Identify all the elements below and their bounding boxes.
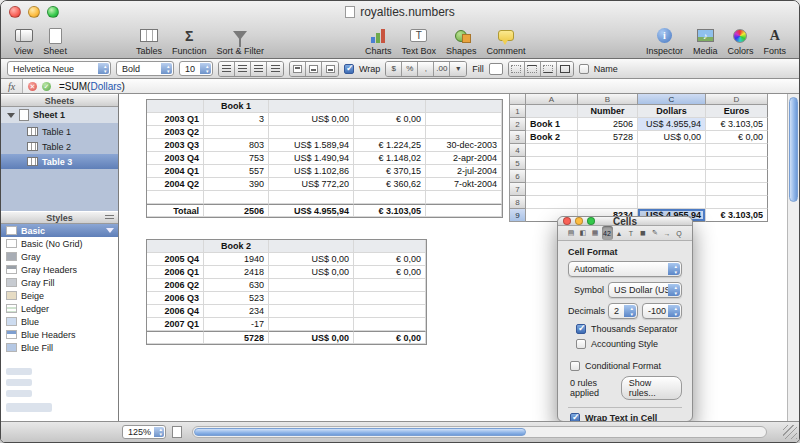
style-item-basic[interactable]: Basic <box>1 224 118 237</box>
cell[interactable] <box>354 305 426 318</box>
row-tab-6[interactable]: 6 <box>509 170 526 183</box>
percent-format-button[interactable]: % <box>402 62 418 76</box>
align-center-button[interactable] <box>235 62 251 76</box>
accounting-style-checkbox[interactable] <box>576 339 586 349</box>
row-tab-1[interactable]: 1 <box>509 105 526 118</box>
row-tab-3[interactable]: 3 <box>509 131 526 144</box>
sidebar-item-table1[interactable]: Table 1 <box>1 124 118 139</box>
cell[interactable]: 5728 <box>204 331 269 344</box>
zoom-select[interactable]: 125% <box>122 425 166 439</box>
border-bottom-button[interactable] <box>541 62 557 76</box>
cell-a1[interactable] <box>526 105 578 118</box>
inspector-titlebar[interactable]: Cells <box>558 217 692 226</box>
decimals-select[interactable]: 2 <box>608 303 638 319</box>
row-tab-7[interactable]: 7 <box>509 183 526 196</box>
name-checkbox[interactable] <box>579 64 589 74</box>
align-justify-button[interactable] <box>267 62 283 76</box>
cell[interactable]: € 0,00 <box>354 266 426 279</box>
cell[interactable]: 753 <box>204 152 269 165</box>
cells-inspector-tab[interactable]: 42 <box>602 226 613 240</box>
cell[interactable] <box>269 292 354 305</box>
negative-format-select[interactable]: -100 <box>642 303 682 319</box>
cell-c8[interactable] <box>638 196 706 209</box>
align-left-button[interactable] <box>219 62 235 76</box>
border-top-button[interactable] <box>525 62 541 76</box>
column-tab-a[interactable]: A <box>526 94 578 105</box>
style-item-beige[interactable]: Beige <box>1 289 118 302</box>
cell[interactable]: 2506 <box>204 204 269 217</box>
font-family-select[interactable]: Helvetica Neue <box>7 61 111 76</box>
cell-d2[interactable]: € 3.103,05 <box>706 118 768 131</box>
cell[interactable] <box>426 100 502 113</box>
corner-reference-tab[interactable] <box>509 94 526 105</box>
style-item-gray-fill[interactable]: Gray Fill <box>1 276 118 289</box>
horizontal-scrollbar[interactable] <box>192 426 767 438</box>
accept-formula-button[interactable] <box>42 82 51 91</box>
valign-top-button[interactable] <box>290 62 306 76</box>
cell[interactable]: € 370,15 <box>354 165 426 178</box>
cell[interactable]: 2-apr-2004 <box>426 152 502 165</box>
cell[interactable] <box>426 204 502 217</box>
cell[interactable]: € 0,00 <box>354 253 426 266</box>
cell[interactable]: US$ 0,00 <box>269 253 354 266</box>
cell[interactable] <box>426 113 502 126</box>
book1-table[interactable]: Book 1 2003 Q13US$ 0,00€ 0,00 2003 Q2 20… <box>146 99 503 218</box>
cell-a5[interactable] <box>526 157 578 170</box>
cell[interactable]: 2006 Q2 <box>147 279 204 292</box>
vertical-scrollbar-thumb[interactable] <box>789 97 798 202</box>
cell-c2[interactable]: US$ 4.955,94 <box>638 118 706 131</box>
text-inspector-tab[interactable]: T <box>626 226 637 240</box>
disclosure-triangle-icon[interactable] <box>7 113 15 118</box>
cell[interactable]: 234 <box>204 305 269 318</box>
cell[interactable] <box>204 126 269 139</box>
cell[interactable]: 2006 Q3 <box>147 292 204 305</box>
cell[interactable] <box>354 191 426 204</box>
sidebar-item-sheet1[interactable]: Sheet 1 <box>1 107 118 123</box>
formula-text[interactable]: =SUM(Dollars) <box>59 81 125 92</box>
titlebar[interactable]: royalties.numbers <box>1 1 799 22</box>
cell[interactable]: US$ 1.102,86 <box>269 165 354 178</box>
column-tab-b[interactable]: B <box>578 94 638 105</box>
media-button[interactable]: ♪ Media <box>693 26 718 56</box>
book2-title-cell[interactable]: Book 2 <box>204 240 269 253</box>
cell[interactable]: € 0,00 <box>354 331 426 344</box>
cell[interactable]: 2007 Q1 <box>147 318 204 331</box>
page-view-icon[interactable] <box>172 426 182 438</box>
cell[interactable]: US$ 0,00 <box>269 266 354 279</box>
cell-c4[interactable] <box>638 144 706 157</box>
book2-table[interactable]: Book 2 2005 Q41940US$ 0,00€ 0,00 2006 Q1… <box>146 239 427 345</box>
cell-c3[interactable]: US$ 0,00 <box>638 131 706 144</box>
cell[interactable] <box>269 126 354 139</box>
cell[interactable]: US$ 1.589,94 <box>269 139 354 152</box>
cell-a3[interactable]: Book 2 <box>526 131 578 144</box>
cell[interactable]: 2004 Q2 <box>147 178 204 191</box>
cancel-formula-button[interactable] <box>28 82 37 91</box>
valign-bottom-button[interactable] <box>322 62 338 76</box>
text-box-button[interactable]: T Text Box <box>401 26 436 56</box>
cell[interactable]: 2418 <box>204 266 269 279</box>
cell-d8[interactable] <box>706 196 768 209</box>
cell[interactable] <box>426 126 502 139</box>
cell[interactable]: 2003 Q1 <box>147 113 204 126</box>
inspector-button[interactable]: i Inspector <box>646 26 683 56</box>
cell-d6[interactable] <box>706 170 768 183</box>
cell[interactable] <box>354 279 426 292</box>
align-right-button[interactable] <box>251 62 267 76</box>
cell[interactable] <box>269 318 354 331</box>
cell[interactable]: US$ 4.955,94 <box>269 204 354 217</box>
cell[interactable] <box>354 100 426 113</box>
cell-b5[interactable] <box>578 157 638 170</box>
cell[interactable]: € 1.224,25 <box>354 139 426 152</box>
cell[interactable] <box>354 126 426 139</box>
cell[interactable] <box>354 318 426 331</box>
cell[interactable] <box>269 191 354 204</box>
cell[interactable]: € 1.148,02 <box>354 152 426 165</box>
cell[interactable]: 2006 Q1 <box>147 266 204 279</box>
cell[interactable]: € 3.103,05 <box>354 204 426 217</box>
sort-filter-button[interactable]: Sort & Filter <box>216 26 264 56</box>
cell[interactable]: -17 <box>204 318 269 331</box>
cell[interactable] <box>269 100 354 113</box>
table3[interactable]: A B C D 1 Number Dollars Euros 2 Book 1 … <box>509 94 768 222</box>
style-item-ledger[interactable]: Ledger <box>1 302 118 315</box>
cell-a7[interactable] <box>526 183 578 196</box>
